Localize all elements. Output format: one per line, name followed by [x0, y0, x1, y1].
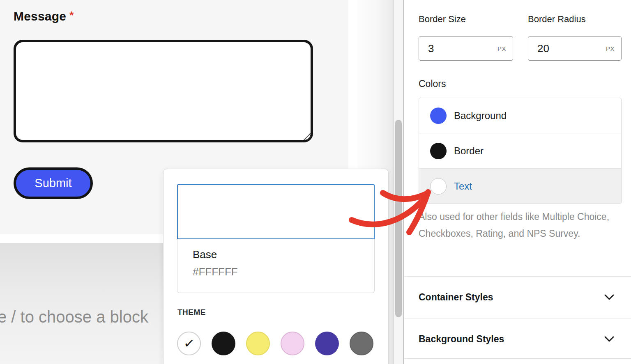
color-row-background[interactable]: Background: [419, 98, 621, 133]
theme-section-label: THEME: [177, 308, 206, 317]
color-row-text[interactable]: Text: [419, 169, 621, 204]
border-size-label: Border Size: [419, 14, 466, 25]
background-color-swatch: [430, 108, 447, 124]
color-picker-popup: Base #FFFFFF THEME ✓: [163, 169, 389, 364]
background-styles-section[interactable]: Background Styles: [405, 318, 631, 359]
theme-swatch-pink[interactable]: [281, 332, 304, 355]
container-styles-title: Container Styles: [419, 292, 493, 303]
style-settings-sidebar: Border Size Border Radius 3 PX 20 PX Col…: [405, 0, 631, 364]
border-radius-unit: PX: [606, 45, 615, 52]
block-placeholder-hint: e / to choose a block: [0, 308, 148, 326]
theme-swatch-yellow[interactable]: [246, 332, 270, 355]
theme-swatch-white[interactable]: ✓: [177, 332, 201, 355]
chevron-down-icon: [604, 336, 615, 342]
required-asterisk: *: [69, 9, 74, 21]
background-styles-title: Background Styles: [419, 334, 504, 345]
chevron-down-icon: [604, 294, 615, 300]
current-color-preview: [177, 184, 375, 239]
color-name: Base: [193, 248, 374, 261]
scrollbar-thumb[interactable]: [395, 120, 402, 317]
submit-button[interactable]: Submit: [14, 167, 93, 199]
color-hex-value: #FFFFFF: [193, 266, 374, 278]
colors-list: Background Border Text: [419, 98, 622, 204]
color-row-label: Background: [454, 110, 507, 121]
border-radius-value[interactable]: 20: [537, 42, 549, 55]
theme-swatch-row: ✓: [177, 332, 373, 355]
message-field-label: Message*: [14, 9, 74, 23]
colors-label: Colors: [419, 78, 446, 89]
border-size-input[interactable]: 3 PX: [419, 36, 513, 61]
theme-swatch-gray[interactable]: [350, 332, 373, 355]
border-size-value[interactable]: 3: [428, 42, 434, 55]
text-color-swatch: [430, 178, 447, 195]
color-row-label: Border: [454, 145, 484, 157]
border-color-swatch: [430, 143, 447, 159]
message-textarea[interactable]: [14, 40, 313, 142]
theme-swatch-black[interactable]: [212, 332, 235, 355]
section-divider: [405, 358, 631, 359]
border-radius-input[interactable]: 20 PX: [528, 36, 622, 61]
color-row-border[interactable]: Border: [419, 133, 621, 169]
text-color-helper-note: Also used for other fields like Multiple…: [419, 208, 624, 242]
current-color-info: Base #FFFFFF: [177, 239, 375, 293]
container-styles-section[interactable]: Container Styles: [405, 277, 631, 318]
border-size-unit: PX: [497, 45, 506, 52]
app-screen: Message* Submit e / to choose a block Bo…: [0, 0, 631, 364]
check-icon: ✓: [183, 337, 195, 351]
theme-swatch-purple[interactable]: [315, 332, 339, 355]
resize-handle-icon[interactable]: [302, 132, 311, 141]
border-radius-label: Border Radius: [528, 14, 586, 25]
color-row-label: Text: [454, 181, 472, 192]
